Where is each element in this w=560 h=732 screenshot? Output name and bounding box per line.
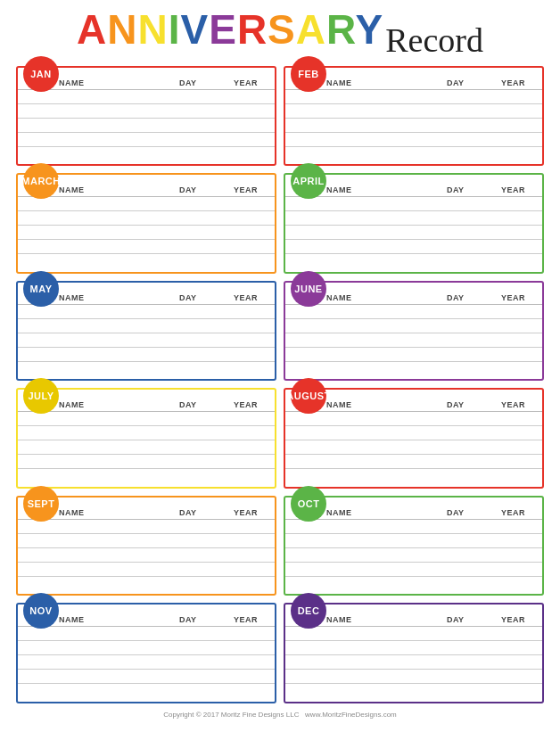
table-cell bbox=[426, 533, 484, 547]
table-cell bbox=[18, 103, 159, 118]
month-block-may: MAYNAMEDAYYEAR bbox=[16, 281, 276, 382]
month-badge-may: MAY bbox=[23, 271, 59, 307]
table-cell bbox=[159, 627, 217, 641]
table-cell bbox=[18, 254, 159, 268]
table-cell bbox=[484, 318, 542, 333]
table-cell bbox=[217, 562, 275, 576]
month-table-july: NAMEDAYYEAR bbox=[18, 399, 275, 483]
table-cell bbox=[484, 562, 542, 576]
table-cell bbox=[159, 333, 217, 347]
table-cell bbox=[217, 670, 275, 684]
header-year-may: YEAR bbox=[217, 292, 275, 305]
table-cell bbox=[285, 412, 426, 426]
table-cell bbox=[18, 627, 159, 641]
table-cell bbox=[159, 684, 217, 698]
table-cell bbox=[285, 469, 426, 483]
table-cell bbox=[285, 641, 426, 655]
month-block-oct: OCTNAMEDAYYEAR bbox=[284, 496, 544, 596]
table-cell bbox=[159, 655, 217, 670]
table-cell bbox=[426, 226, 484, 240]
table-row bbox=[18, 211, 275, 226]
table-cell bbox=[159, 304, 217, 318]
table-cell bbox=[426, 562, 484, 576]
table-cell bbox=[285, 347, 426, 361]
table-row bbox=[285, 132, 542, 146]
header-day-nov: DAY bbox=[159, 613, 217, 627]
table-cell bbox=[426, 254, 484, 268]
table-cell bbox=[484, 118, 542, 132]
table-row bbox=[285, 211, 542, 226]
table-row bbox=[285, 146, 542, 160]
table-cell bbox=[426, 318, 484, 333]
month-block-sept: SEPTNAMEDAYYEAR bbox=[16, 496, 276, 596]
table-row bbox=[285, 333, 542, 347]
table-cell bbox=[217, 211, 275, 226]
table-cell bbox=[159, 426, 217, 440]
table-cell bbox=[484, 226, 542, 240]
header-day-oct: DAY bbox=[426, 506, 484, 520]
month-badge-jan: JAN bbox=[23, 56, 59, 92]
month-table-august: NAMEDAYYEAR bbox=[285, 399, 542, 483]
month-table-march: NAMEDAYYEAR bbox=[18, 184, 275, 268]
table-cell bbox=[217, 684, 275, 698]
header-year-dec: YEAR bbox=[484, 613, 542, 627]
table-cell bbox=[217, 426, 275, 440]
table-cell bbox=[285, 118, 426, 132]
table-cell bbox=[484, 684, 542, 698]
table-row bbox=[285, 519, 542, 533]
table-cell bbox=[18, 347, 159, 361]
table-cell bbox=[285, 361, 426, 375]
table-row bbox=[285, 89, 542, 103]
table-cell bbox=[484, 146, 542, 160]
table-cell bbox=[18, 333, 159, 347]
table-row bbox=[18, 670, 275, 684]
table-cell bbox=[217, 89, 275, 103]
table-row bbox=[285, 562, 542, 576]
table-row bbox=[285, 347, 542, 361]
table-cell bbox=[159, 519, 217, 533]
table-cell bbox=[426, 547, 484, 562]
table-cell bbox=[484, 576, 542, 590]
table-cell bbox=[484, 627, 542, 641]
table-row bbox=[18, 226, 275, 240]
table-cell bbox=[426, 304, 484, 318]
table-cell bbox=[484, 469, 542, 483]
table-cell bbox=[18, 132, 159, 146]
table-cell bbox=[426, 576, 484, 590]
table-cell bbox=[18, 197, 159, 211]
table-row bbox=[285, 197, 542, 211]
table-row bbox=[285, 533, 542, 547]
header-year-april: YEAR bbox=[484, 184, 542, 197]
table-cell bbox=[217, 333, 275, 347]
table-cell bbox=[18, 118, 159, 132]
table-row bbox=[18, 562, 275, 576]
month-table-oct: NAMEDAYYEAR bbox=[285, 506, 542, 591]
month-table-june: NAMEDAYYEAR bbox=[285, 292, 542, 376]
table-cell bbox=[426, 455, 484, 469]
table-cell bbox=[18, 562, 159, 576]
month-badge-dec: DEC bbox=[291, 593, 326, 629]
month-badge-july: JULY bbox=[23, 378, 59, 414]
table-cell bbox=[484, 547, 542, 562]
table-row bbox=[285, 547, 542, 562]
table-cell bbox=[426, 118, 484, 132]
table-cell bbox=[217, 533, 275, 547]
table-row bbox=[285, 684, 542, 698]
table-row bbox=[18, 347, 275, 361]
table-cell bbox=[285, 318, 426, 333]
table-cell bbox=[484, 412, 542, 426]
month-block-nov: NOVNAMEDAYYEAR bbox=[16, 603, 276, 703]
month-block-april: APRILNAMEDAYYEAR bbox=[284, 173, 544, 274]
table-cell bbox=[18, 240, 159, 254]
table-cell bbox=[285, 226, 426, 240]
header-day-june: DAY bbox=[426, 292, 484, 305]
table-cell bbox=[159, 440, 217, 455]
table-cell bbox=[217, 576, 275, 590]
table-cell bbox=[159, 412, 217, 426]
footer-website: www.MoritzFineDesigns.com bbox=[305, 711, 397, 719]
header-day-april: DAY bbox=[426, 184, 484, 197]
table-cell bbox=[159, 254, 217, 268]
month-table-jan: NAMEDAYYEAR bbox=[18, 77, 275, 161]
table-cell bbox=[217, 655, 275, 670]
table-cell bbox=[484, 103, 542, 118]
